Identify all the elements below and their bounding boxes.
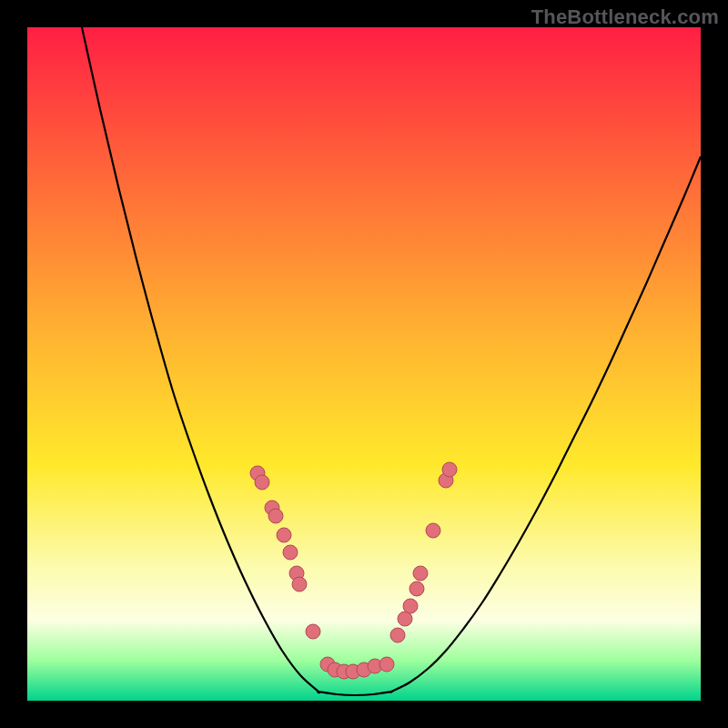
bottleneck-curve-chart — [27, 27, 701, 701]
data-point-marker — [390, 628, 405, 642]
data-point-marker — [283, 545, 298, 560]
watermark-text: TheBottleneck.com — [531, 5, 719, 29]
data-point-marker — [442, 462, 457, 477]
data-point-marker — [277, 528, 291, 542]
marker-group — [250, 462, 457, 679]
data-point-marker — [403, 599, 418, 613]
data-point-marker — [268, 509, 283, 523]
data-point-marker — [306, 624, 320, 639]
data-point-marker — [413, 566, 428, 581]
data-point-marker — [379, 657, 394, 672]
data-point-marker — [255, 475, 269, 490]
data-point-marker — [410, 581, 424, 596]
data-point-marker — [426, 523, 440, 538]
bottleneck-curve — [82, 27, 701, 695]
curve-group — [82, 27, 701, 695]
data-point-marker — [292, 577, 307, 592]
